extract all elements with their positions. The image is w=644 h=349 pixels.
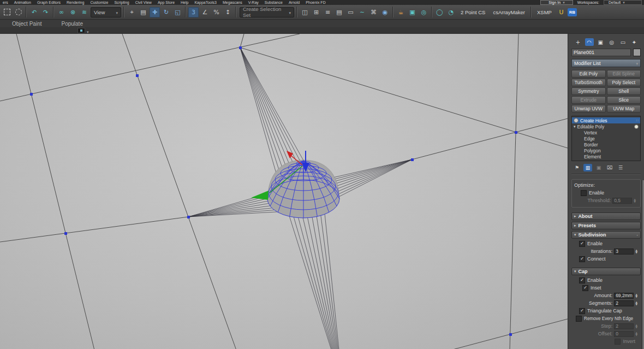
shell-button[interactable]: Shell <box>607 87 641 95</box>
paint-tool-icon[interactable] <box>77 28 85 33</box>
xsmp-button[interactable]: XSMP <box>534 9 555 15</box>
utilities-tab-icon[interactable]: ✦ <box>630 38 639 46</box>
select-object-icon[interactable]: ⌖ <box>127 7 137 17</box>
segments-input[interactable]: 2 <box>614 300 634 306</box>
tab-object-paint[interactable]: Object Paint <box>12 21 41 27</box>
spinner-arrows-icon[interactable]: ▲▼ <box>634 198 636 203</box>
uvw-map-button[interactable]: UVW Map <box>607 105 641 113</box>
uniremover-icon[interactable]: U <box>556 7 567 17</box>
rollout-presets[interactable]: ▸ Presets <box>571 222 641 229</box>
schematic-view-icon[interactable]: ⌘ <box>368 7 379 17</box>
spinner-arrows-icon[interactable]: ▲▼ <box>635 301 637 305</box>
pin-stack-icon[interactable]: ⚑ <box>573 164 581 171</box>
cs-array-maker-button[interactable]: csArrayMaker <box>490 9 528 15</box>
menu-item-kappatools[interactable]: KappaTools3 <box>194 1 216 4</box>
stack-row-options-icon[interactable]: ∷ <box>636 119 639 123</box>
remove-nth-edge-checkbox[interactable] <box>576 316 582 322</box>
sign-in-button[interactable]: Sign In <box>540 0 573 5</box>
stack-subitem-element[interactable]: Element <box>572 153 640 159</box>
menu-item-rendering[interactable]: Rendering <box>67 1 84 4</box>
iterations-input[interactable]: 3 <box>614 249 634 255</box>
rollout-cap[interactable]: ▾ Cap <box>571 268 641 275</box>
threshold-input[interactable]: 0,5 <box>612 198 632 204</box>
stack-subitem-edge[interactable]: Edge <box>572 135 640 141</box>
rb-plugin-button[interactable]: RB <box>568 8 577 16</box>
optimize-enable-checkbox[interactable] <box>581 190 587 196</box>
align-icon[interactable]: ⊞ <box>311 7 321 17</box>
menu-item-app-store[interactable]: App Store <box>158 1 175 4</box>
menu-item-animation[interactable]: Animation <box>14 1 31 4</box>
inset-checkbox[interactable] <box>582 285 588 291</box>
tab-populate[interactable]: Populate <box>61 21 82 27</box>
gizmo-y-axis-arrow[interactable] <box>251 191 269 200</box>
display-tab-icon[interactable]: ▭ <box>618 38 627 46</box>
mirror-icon[interactable]: ◫ <box>300 7 310 17</box>
select-by-name-icon[interactable]: ▤ <box>138 7 148 17</box>
menu-item-vray[interactable]: V-Ray <box>248 1 259 4</box>
amount-input[interactable]: 69,2mm <box>614 293 634 299</box>
menu-item-civil-view[interactable]: Civil View <box>135 1 152 4</box>
menu-item-substance[interactable]: Substance <box>265 1 283 4</box>
bind-to-space-warp-icon[interactable]: ≋ <box>79 7 90 17</box>
symmetry-button[interactable]: Symmetry <box>571 87 606 95</box>
render-production-icon[interactable]: ◎ <box>419 7 429 17</box>
menu-item-megascans[interactable]: Megascans <box>223 1 242 4</box>
dome-mesh[interactable] <box>267 160 339 218</box>
stack-subitem-polygon[interactable]: Polygon <box>572 147 640 153</box>
unwrap-uvw-button[interactable]: Unwrap UVW <box>571 105 606 113</box>
workspace-dropdown[interactable]: Default <box>604 0 642 5</box>
menu-item-graph-editors[interactable]: Graph Editors <box>37 1 61 4</box>
render-setup-icon[interactable]: ☕ <box>396 7 406 17</box>
paint-select-region-icon[interactable] <box>13 7 23 17</box>
spinner-snap-icon[interactable]: ↕ <box>223 7 233 17</box>
snap-toggle-3d-icon[interactable]: 3 <box>188 7 199 17</box>
unlink-selection-icon[interactable]: ⊗ <box>68 7 78 17</box>
poly-select-button[interactable]: Poly Select <box>607 79 641 86</box>
stack-subitem-vertex[interactable]: Vertex <box>572 129 640 135</box>
material-editor-icon[interactable]: ◉ <box>380 7 390 17</box>
two-point-cs-button[interactable]: 2 Point CS <box>457 9 488 15</box>
menu-item-help[interactable]: Help <box>181 1 188 4</box>
remove-modifier-icon[interactable]: ⌧ <box>605 164 614 171</box>
menu-item-scripting[interactable]: Scripting <box>114 1 129 4</box>
motion-tab-icon[interactable]: ◎ <box>607 38 616 46</box>
stack-item-create-holes[interactable]: Create Holes ∷ <box>572 117 640 123</box>
rendered-frame-window-icon[interactable]: ▣ <box>407 7 418 17</box>
panel-scrollbar[interactable] <box>642 180 644 349</box>
edit-poly-button[interactable]: Edit Poly <box>571 70 606 78</box>
turbosmooth-button[interactable]: TurboSmooth <box>571 79 606 86</box>
object-name-input[interactable]: Plane001 <box>571 49 631 56</box>
triangulate-cap-checkbox[interactable] <box>579 308 585 314</box>
menu-item-customize[interactable]: Customize <box>90 1 108 4</box>
marquee-select-icon[interactable] <box>2 7 12 17</box>
select-and-rotate-icon[interactable]: ↻ <box>161 7 171 17</box>
viewport-canvas[interactable] <box>0 34 568 349</box>
scene-explorer-icon[interactable]: ≡ <box>323 7 333 17</box>
menu-item-modifiers[interactable]: ers <box>3 1 8 4</box>
select-and-link-icon[interactable]: ∞ <box>56 7 67 17</box>
subdivision-enable-checkbox[interactable] <box>579 241 585 247</box>
modify-tab-icon[interactable]: ◠ <box>585 38 594 46</box>
expand-arrow-icon[interactable]: ▾ <box>574 125 576 129</box>
redo-icon[interactable]: ↷ <box>40 7 51 17</box>
modifier-toggle-icon[interactable] <box>574 118 579 123</box>
menu-item-arnold[interactable]: Arnold <box>289 1 300 4</box>
menu-item-phoenix-fd[interactable]: Phoenix FD <box>306 1 326 4</box>
curve-editor-icon[interactable]: ∼ <box>357 7 367 17</box>
selection-lock-icon[interactable]: ◔ <box>446 7 456 17</box>
ribbon-toggle-icon[interactable]: ▭ <box>345 7 356 17</box>
named-selection-set-combo[interactable]: Create Selection Set <box>240 7 294 17</box>
percent-snap-icon[interactable]: % <box>211 7 222 17</box>
spinner-arrows-icon[interactable]: ▲▼ <box>635 249 637 253</box>
layer-manager-icon[interactable]: ▤ <box>334 7 344 17</box>
gizmo-x-axis-arrow[interactable] <box>287 151 293 158</box>
configure-modifier-sets-icon[interactable]: ☰ <box>616 164 625 171</box>
stack-item-editable-poly[interactable]: ▾ Editable Poly <box>572 123 640 129</box>
show-end-result-icon[interactable]: ▥ <box>583 164 592 171</box>
undo-icon[interactable]: ↶ <box>29 7 39 17</box>
cap-enable-checkbox[interactable] <box>579 277 585 283</box>
modifier-list-dropdown[interactable]: Modifier List <box>571 59 641 67</box>
slice-button[interactable]: Slice <box>607 96 641 104</box>
create-tab-icon[interactable]: + <box>574 38 582 46</box>
stack-subitem-border[interactable]: Border <box>572 141 640 147</box>
